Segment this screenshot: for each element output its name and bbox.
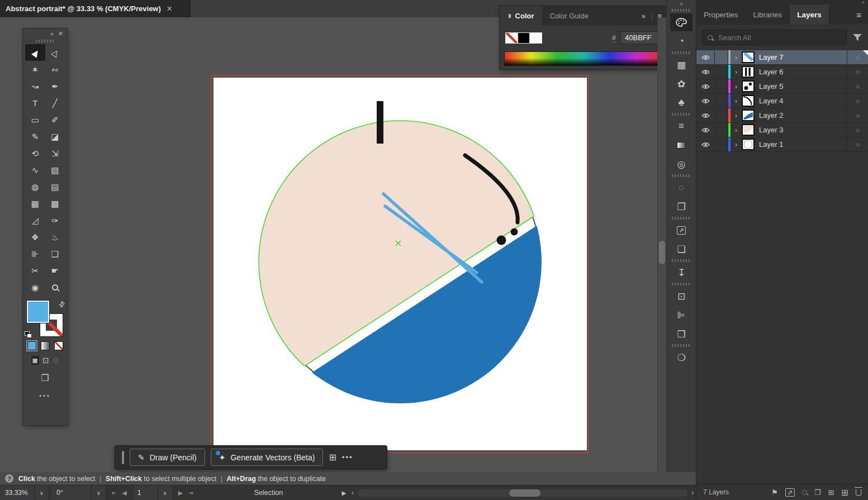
layer-name[interactable]: Layer 2 bbox=[759, 111, 847, 120]
dock-grip[interactable] bbox=[672, 51, 691, 54]
line-segment-tool[interactable]: ╱ bbox=[45, 94, 65, 111]
column-graph-tool[interactable]: ⊪ bbox=[25, 245, 45, 262]
layer-row[interactable]: › Layer 7 ○ bbox=[696, 50, 868, 65]
tab-color-guide[interactable]: Color Guide bbox=[542, 6, 596, 26]
dock-grip[interactable] bbox=[672, 259, 691, 262]
edit-toolbar-icon[interactable]: ••• bbox=[39, 392, 51, 399]
horizontal-scrollbar[interactable] bbox=[358, 489, 687, 497]
dock-export[interactable]: ⇗ bbox=[670, 221, 692, 239]
layer-target-icon[interactable]: ○ bbox=[847, 65, 868, 79]
dock-grip[interactable] bbox=[672, 9, 691, 12]
lasso-tool[interactable]: ∾ bbox=[45, 61, 65, 78]
dock-stroke[interactable]: ≡ bbox=[670, 117, 692, 135]
none-swatch[interactable] bbox=[505, 32, 518, 44]
tab-properties[interactable]: Properties bbox=[696, 4, 746, 25]
layer-thumbnail[interactable] bbox=[742, 139, 755, 150]
collapse-to-icons-icon[interactable]: » bbox=[642, 12, 646, 20]
dock-color[interactable] bbox=[670, 13, 692, 31]
dock-align[interactable]: ⊫ bbox=[670, 306, 692, 324]
layer-target-icon[interactable]: ○ bbox=[847, 108, 868, 122]
scale-tool[interactable]: ⇲ bbox=[45, 145, 65, 161]
hand-tool[interactable]: ☛ bbox=[45, 262, 65, 279]
layers-menu-icon[interactable]: ≡ bbox=[856, 10, 861, 20]
lock-toggle[interactable] bbox=[715, 50, 728, 64]
type-tool[interactable]: T bbox=[25, 94, 45, 111]
free-transform-tool[interactable]: ▧ bbox=[45, 161, 65, 178]
magic-wand-tool[interactable]: ✶ bbox=[25, 61, 45, 78]
layer-name[interactable]: Layer 3 bbox=[759, 126, 847, 134]
expand-layer-icon[interactable]: › bbox=[731, 68, 742, 76]
dock-grip[interactable] bbox=[672, 174, 691, 177]
lock-toggle[interactable] bbox=[715, 137, 728, 151]
fill-swatch[interactable] bbox=[26, 300, 50, 323]
collect-for-export-icon[interactable]: ⚑ bbox=[771, 489, 778, 496]
zoom-level-field[interactable]: 33.33% bbox=[0, 485, 35, 500]
new-sublayer-icon[interactable]: ⊞ bbox=[828, 489, 834, 496]
tab-color[interactable]: ⇕ Color bbox=[500, 6, 542, 26]
layer-target-icon[interactable]: ○ bbox=[847, 137, 868, 151]
color-spectrum-bar[interactable] bbox=[504, 51, 663, 66]
layer-name[interactable]: Layer 4 bbox=[759, 97, 847, 105]
canvas-area[interactable]: « ✕ ▶ ▷ ✶ ∾ ↝ ✒ T ╱ ▭ ✐ ✎ ◪ ⟲ ⇲ ∿ ▧ bbox=[0, 17, 657, 472]
expand-layer-icon[interactable]: › bbox=[731, 54, 742, 61]
hex-value-input[interactable] bbox=[620, 31, 662, 44]
mesh-tool[interactable]: ▦ bbox=[25, 195, 45, 212]
artboard-number-field[interactable]: 1 bbox=[132, 485, 158, 500]
generate-vectors-button[interactable]: ✦ Generate Vectors (Beta) bbox=[211, 449, 324, 466]
close-panel-icon[interactable]: ✕ bbox=[58, 30, 63, 37]
expand-layer-icon[interactable]: › bbox=[731, 112, 742, 120]
panel-minimize-icon[interactable]: ⇕ bbox=[507, 13, 512, 19]
draw-normal-icon[interactable]: ◙ bbox=[31, 356, 39, 365]
visibility-toggle[interactable] bbox=[696, 79, 715, 93]
rotate-tool[interactable]: ⟲ bbox=[25, 145, 45, 161]
dock-gradient[interactable] bbox=[670, 136, 692, 154]
layer-target-icon[interactable]: ○ bbox=[847, 123, 868, 137]
lock-toggle[interactable] bbox=[715, 123, 728, 137]
hex-label[interactable]: # bbox=[612, 34, 616, 42]
layer-row[interactable]: › Layer 6 ○ bbox=[696, 65, 868, 79]
layer-row[interactable]: › Layer 4 ○ bbox=[696, 94, 868, 108]
dock-swatches[interactable]: ▦ bbox=[670, 56, 692, 74]
last-artboard-icon[interactable]: ⇥ bbox=[188, 489, 193, 497]
next-artboard-icon[interactable]: ▶ bbox=[178, 489, 183, 497]
layer-name[interactable]: Layer 6 bbox=[759, 68, 847, 76]
dock-artboards[interactable]: ❏ bbox=[670, 240, 692, 258]
vertical-scrollbar[interactable] bbox=[657, 17, 666, 472]
visibility-toggle[interactable] bbox=[696, 50, 715, 64]
white-swatch[interactable] bbox=[530, 32, 542, 44]
expand-dock-icon[interactable]: « bbox=[680, 1, 683, 7]
locate-object-icon[interactable] bbox=[802, 490, 807, 495]
eraser-tool[interactable]: ◪ bbox=[45, 128, 65, 145]
rectangle-tool[interactable]: ▭ bbox=[25, 111, 45, 128]
layer-name[interactable]: Layer 5 bbox=[759, 82, 847, 91]
dock-graphic-styles[interactable]: ❐ bbox=[670, 198, 692, 216]
lock-toggle[interactable] bbox=[715, 108, 728, 122]
curvature-tool[interactable]: ↝ bbox=[25, 78, 45, 94]
pen-tool[interactable]: ✒ bbox=[45, 78, 65, 94]
layer-name[interactable]: Layer 7 bbox=[759, 53, 847, 61]
layer-thumbnail[interactable] bbox=[742, 124, 755, 136]
help-icon[interactable]: ? bbox=[5, 474, 13, 483]
none-button[interactable] bbox=[54, 341, 63, 350]
black-swatch[interactable] bbox=[518, 32, 530, 44]
expand-layer-icon[interactable]: › bbox=[731, 83, 742, 91]
lock-toggle[interactable] bbox=[715, 79, 728, 93]
dock-pathfinder[interactable]: ❒ bbox=[670, 325, 692, 343]
lock-toggle[interactable] bbox=[715, 94, 728, 108]
panel-grip[interactable] bbox=[36, 40, 55, 42]
lock-toggle[interactable] bbox=[715, 65, 728, 79]
scroll-left-icon[interactable]: ‹ bbox=[349, 489, 356, 497]
zoom-level-dropdown[interactable]: ∨ bbox=[35, 485, 49, 500]
layer-thumbnail[interactable] bbox=[742, 80, 755, 92]
vertical-scrollbar-thumb[interactable] bbox=[659, 241, 665, 264]
visibility-toggle[interactable] bbox=[696, 94, 715, 108]
layer-thumbnail[interactable] bbox=[742, 109, 755, 121]
make-clipping-mask-icon[interactable]: ❐ bbox=[814, 489, 821, 496]
vertical-bar-shape[interactable] bbox=[377, 101, 383, 144]
dock-appearance[interactable]: ◌ bbox=[670, 179, 692, 197]
intertwine-tool[interactable]: ◉ bbox=[25, 279, 45, 296]
tab-libraries[interactable]: Libraries bbox=[746, 4, 790, 25]
perspective-grid-tool[interactable]: ▤ bbox=[45, 178, 65, 195]
layer-thumbnail[interactable] bbox=[742, 95, 755, 107]
tab-layers[interactable]: Layers bbox=[790, 4, 829, 25]
